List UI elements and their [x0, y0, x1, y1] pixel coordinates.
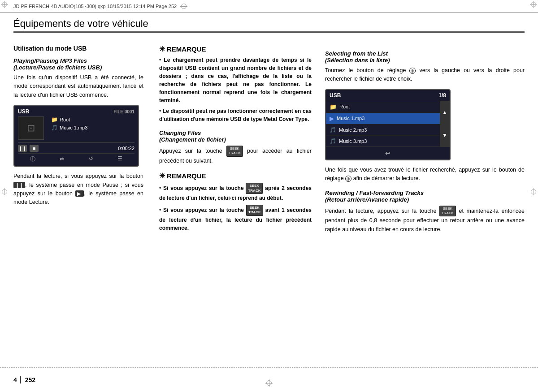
- usb-list-page: 1/8: [438, 92, 446, 99]
- seek-track-btn-2b: SEEK TRACK: [246, 205, 263, 216]
- header-text: JD PE FRENCH-4B AUDIO(185~300).qxp 10/15…: [13, 4, 177, 9]
- bottom-center-crosshair: [265, 379, 273, 387]
- list-item: 📁 Root: [326, 101, 440, 113]
- reg-mark-top-left: [1, 1, 8, 8]
- item-text-music3: Music 3.mp3: [339, 138, 367, 144]
- usb-screen-body: ⊡ 📁 Root 🎵 Music 1.mp3: [18, 116, 134, 140]
- page-title: Équipements de votre véhicule: [13, 18, 525, 33]
- seek-label-top-3: SEEK: [442, 207, 454, 211]
- note-icon-item1: 🎵: [330, 127, 336, 133]
- remarque-star-1: ✳: [159, 45, 165, 53]
- dial-icon-2: ◎: [345, 176, 351, 182]
- main-content: Utilisation du mode USB Playing/Pausing …: [13, 45, 525, 365]
- usb-list-header: USB 1/8: [326, 90, 450, 101]
- rewinding-text: Pendant la lecture, appuyez sur la touch…: [325, 206, 525, 234]
- changing-text: Appuyez sur la touche SEEK TRACK pour ac…: [159, 146, 312, 165]
- footer: 4 252: [0, 367, 538, 392]
- remarque-box-2: ✳ REMARQUE • Si vous appuyez sur la touc…: [159, 172, 312, 232]
- item-text-music2: Music 2.mp3: [339, 127, 367, 133]
- usb-track-name: Music 1.mp3: [60, 125, 87, 130]
- play-indicator: ▶: [75, 190, 84, 197]
- remarque-label-2: REMARQUE: [167, 172, 206, 180]
- header-bar: JD PE FRENCH-4B AUDIO(185~300).qxp 10/15…: [0, 0, 538, 13]
- usb-scroll-arrows: ▲ ▼: [440, 101, 450, 146]
- reg-mark-left-mid: [1, 188, 8, 195]
- dial-icon-1: ◎: [409, 68, 416, 74]
- usb-album-art: ⊡: [18, 116, 44, 140]
- shuffle-icon: ⇌: [60, 155, 64, 163]
- seek-label-top-2a: SEEK: [248, 184, 260, 188]
- left-column: Utilisation du mode USB Playing/Pausing …: [13, 45, 152, 365]
- list-item: 🎵 Music 3.mp3: [326, 136, 440, 146]
- remarque-title-2: ✳ REMARQUE: [159, 172, 312, 180]
- remarque-star-2: ✳: [159, 172, 165, 180]
- selecting-text: Tournez le bouton de réglage ◎ vers la g…: [325, 66, 525, 84]
- usb-bottom-icons: ⓘ ⇌ ↺ ☰: [18, 153, 134, 163]
- usb-icon: ⊡: [27, 122, 35, 134]
- usb-label: USB: [18, 108, 29, 115]
- changing-section-title: Changing Files(Changement de fichier): [159, 129, 312, 143]
- list-item: ▶ Music 1.mp3: [326, 113, 440, 125]
- list-item: 🎵 Music 2.mp3: [326, 125, 440, 136]
- usb-back-btn: ↩: [326, 146, 450, 159]
- pause-indicator: ❙❙: [13, 182, 25, 188]
- seek-track-btn-2a: SEEK TRACK: [246, 183, 263, 194]
- seek-label-bottom-2a: TRACK: [248, 189, 260, 193]
- note-icon-item2: 🎵: [330, 138, 336, 144]
- remarque-text-1: • Le chargement peut prendre davantage d…: [159, 56, 312, 123]
- info-icon: ⓘ: [30, 155, 35, 163]
- page-title-section: Équipements de votre véhicule: [13, 18, 525, 33]
- play-icon-item: ▶: [330, 115, 334, 122]
- remarque-title-1: ✳ REMARQUE: [159, 45, 312, 53]
- pause-btn: ❙❙: [18, 145, 27, 152]
- seek-track-btn-3: SEEK TRACK: [439, 206, 456, 217]
- folder-icon-item: 📁: [330, 103, 337, 110]
- page-number: 252: [25, 376, 35, 383]
- menu-icon: ☰: [117, 155, 122, 163]
- item-text-root: Root: [339, 104, 350, 109]
- seek-label-top-2b: SEEK: [248, 206, 261, 210]
- left-body-text: Pendant la lecture, si vous appuyez sur …: [13, 172, 143, 207]
- reg-mark-right-mid: [530, 188, 537, 195]
- remarque-bullet-1-1: • Le chargement peut prendre davantage d…: [159, 56, 312, 104]
- usb-track-info: 📁 Root 🎵 Music 1.mp3: [51, 116, 87, 131]
- seek-track-btn-1: SEEK TRACK: [226, 146, 243, 157]
- remarque-bullet-2-2: • Si vous appuyez sur la touche SEEK TRA…: [159, 205, 312, 232]
- folder-icon: 📁: [51, 116, 58, 123]
- usb-list-screen: USB 1/8 📁 Root ▶ Music 1.mp3: [325, 89, 451, 160]
- usb-ctrl-buttons: ❙❙ ■: [18, 145, 39, 152]
- left-section-title: Utilisation du mode USB: [13, 45, 143, 52]
- remarque-bullet-1-2: • Le dispositif peut ne pas fonctionner …: [159, 107, 312, 123]
- rewinding-title: Rewinding / Fast-forwarding Tracks(Retou…: [325, 190, 525, 203]
- usb-track-row: 🎵 Music 1.mp3: [51, 125, 87, 131]
- left-subsection-title: Playing/Pausing MP3 Files(Lecture/Pause …: [13, 57, 143, 71]
- remarque-box-1: ✳ REMARQUE • Le chargement peut prendre …: [159, 45, 312, 123]
- usb-list-label: USB: [330, 92, 341, 99]
- seek-label-bottom-3: TRACK: [442, 211, 454, 215]
- usb-file-num: FILE 0001: [113, 109, 134, 114]
- usb-screen-header: USB FILE 0001: [18, 108, 134, 115]
- usb-folder-name: Root: [60, 117, 70, 122]
- usb-list-items: 📁 Root ▶ Music 1.mp3 🎵 Music 2.mp3: [326, 101, 440, 146]
- usb-list-wrapper: 📁 Root ▶ Music 1.mp3 🎵 Music 2.mp3: [326, 101, 450, 146]
- selecting-text-2: Une fois que vous avez trouvé le fichier…: [325, 166, 525, 183]
- page-section-number: 4: [13, 376, 21, 383]
- item-text-music1: Music 1.mp3: [337, 116, 364, 121]
- usb-screen-left: USB FILE 0001 ⊡ 📁 Root 🎵 Music 1.mp3: [13, 105, 139, 167]
- usb-folder-row: 📁 Root: [51, 116, 87, 123]
- remarque-text-2: • Si vous appuyez sur la touche SEEK TRA…: [159, 183, 312, 232]
- usb-controls: ❙❙ ■ 0:00:22: [18, 142, 134, 152]
- stop-btn: ■: [30, 145, 39, 152]
- page-number-display: 4 252: [13, 376, 35, 383]
- seek-label-top-1: SEEK: [229, 146, 241, 151]
- right-column: Selecting from the List(Sélection dans l…: [318, 45, 525, 365]
- left-intro-text: Une fois qu'un dispositif USB a été conn…: [13, 73, 143, 99]
- seek-label-bottom-1: TRACK: [229, 151, 241, 155]
- remarque-bullet-2-1: • Si vous appuyez sur la touche SEEK TRA…: [159, 183, 312, 202]
- selecting-title: Selecting from the List(Sélection dans l…: [325, 50, 525, 64]
- repeat-icon: ↺: [89, 155, 93, 163]
- reg-mark-top-right: [530, 1, 537, 8]
- seek-label-bottom-2b: TRACK: [248, 210, 261, 215]
- usb-time: 0:00:22: [118, 146, 134, 151]
- middle-column: ✳ REMARQUE • Le chargement peut prendre …: [152, 45, 318, 365]
